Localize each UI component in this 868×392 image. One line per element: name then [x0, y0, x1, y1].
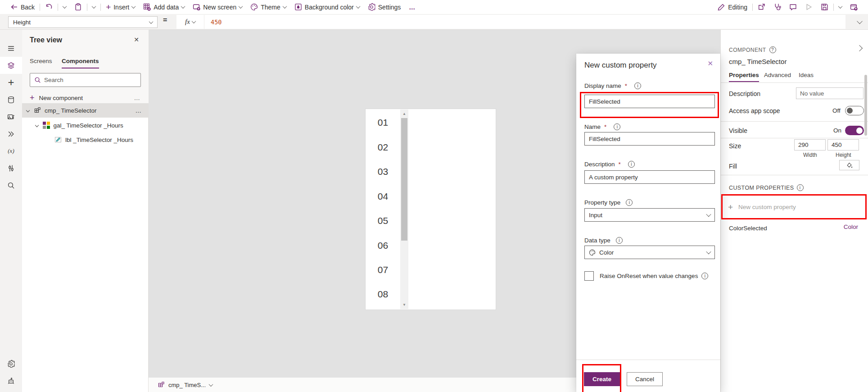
- display-name-input[interactable]: [584, 95, 715, 108]
- component-canvas[interactable]: 01 02 03 04 05 06 07 08 ▲ ▼: [366, 109, 496, 310]
- collapse-panel-icon[interactable]: [856, 45, 863, 51]
- new-custom-property-button[interactable]: + New custom property: [721, 196, 868, 218]
- save-button[interactable]: [817, 0, 832, 14]
- raise-onreset-checkbox[interactable]: [584, 271, 594, 281]
- create-button[interactable]: Create: [584, 372, 620, 386]
- search-input[interactable]: [44, 77, 121, 83]
- more-ellipsis[interactable]: …: [136, 107, 143, 114]
- custom-property-name[interactable]: ColorSelected: [729, 225, 767, 232]
- tree-search-box[interactable]: [30, 73, 141, 87]
- visible-label: Visible: [729, 127, 747, 134]
- chevron-down-icon[interactable]: [209, 382, 213, 387]
- gallery-hour-item[interactable]: 07: [366, 264, 400, 275]
- paste-button[interactable]: [70, 0, 86, 14]
- theme-menu[interactable]: Theme: [246, 0, 290, 14]
- scrollbar-thumb[interactable]: [401, 118, 407, 241]
- tab-properties[interactable]: Properties: [729, 72, 759, 82]
- close-icon[interactable]: ✕: [134, 36, 139, 43]
- chevron-down-icon[interactable]: [26, 109, 30, 112]
- paint-bucket-icon: [846, 162, 853, 169]
- paste-dropdown[interactable]: [88, 0, 99, 14]
- description-input[interactable]: [796, 87, 863, 99]
- save-dropdown[interactable]: [835, 0, 846, 14]
- fx-selector[interactable]: fx: [176, 15, 204, 29]
- scroll-down-icon[interactable]: ▼: [400, 303, 408, 307]
- cancel-button[interactable]: Cancel: [627, 372, 663, 386]
- rail-media-button[interactable]: [0, 108, 22, 125]
- formula-bar-expand-button[interactable]: [858, 18, 862, 25]
- info-icon[interactable]: i: [614, 123, 620, 130]
- new-component-button[interactable]: + New component …: [22, 91, 149, 105]
- info-icon[interactable]: i: [701, 273, 708, 279]
- help-icon[interactable]: ?: [769, 46, 776, 53]
- publish-button[interactable]: [846, 0, 862, 14]
- rail-search-button[interactable]: [0, 177, 22, 194]
- visible-toggle[interactable]: [845, 126, 864, 135]
- gallery-scrollbar[interactable]: ▲ ▼: [400, 109, 408, 309]
- comments-button[interactable]: [785, 0, 801, 14]
- rail-data-button[interactable]: [0, 91, 22, 108]
- gallery-hour-item[interactable]: 01: [366, 117, 400, 128]
- property-selector[interactable]: Height: [8, 16, 158, 28]
- save-icon: [821, 3, 828, 11]
- undo-button[interactable]: [41, 0, 57, 14]
- rail-settings-button[interactable]: [0, 355, 22, 372]
- tab-ideas[interactable]: Ideas: [799, 72, 814, 81]
- undo-dropdown[interactable]: [59, 0, 70, 14]
- scroll-up-icon[interactable]: ▲: [400, 112, 408, 116]
- width-input[interactable]: [794, 139, 826, 150]
- custom-property-type[interactable]: Color: [844, 223, 858, 230]
- rail-insert-button[interactable]: +: [0, 74, 22, 91]
- formula-input[interactable]: 450: [204, 15, 845, 29]
- rail-tree-view-button[interactable]: [0, 57, 22, 74]
- gallery-hour-item[interactable]: 03: [366, 166, 400, 177]
- access-app-scope-toggle[interactable]: [845, 106, 864, 115]
- gallery-hour-item[interactable]: 08: [366, 289, 400, 300]
- add-data-menu[interactable]: Add data: [139, 0, 189, 14]
- rail-variables-button[interactable]: (x): [0, 142, 22, 160]
- toolbar-more-button[interactable]: …: [405, 0, 420, 14]
- property-type-dropdown[interactable]: Input: [584, 208, 715, 222]
- tree-item-lbl-timeselector-hours[interactable]: lbl _TimeSelector _Hours: [22, 132, 149, 147]
- info-icon[interactable]: i: [634, 82, 641, 89]
- settings-menu[interactable]: Settings: [364, 0, 405, 14]
- menu-button[interactable]: [0, 40, 22, 57]
- tab-components[interactable]: Components: [62, 58, 99, 68]
- editing-mode-button[interactable]: Editing: [714, 0, 751, 14]
- panel-scrollbar-thumb[interactable]: [864, 75, 867, 136]
- gallery-hour-item[interactable]: 04: [366, 191, 400, 202]
- info-icon[interactable]: i: [628, 161, 635, 168]
- more-ellipsis[interactable]: …: [134, 95, 141, 101]
- rail-power-automate-button[interactable]: [0, 125, 22, 142]
- background-color-menu[interactable]: Background color: [290, 0, 364, 14]
- info-icon[interactable]: i: [616, 237, 623, 244]
- gallery-hour-item[interactable]: 02: [366, 142, 400, 153]
- close-icon[interactable]: ✕: [707, 59, 713, 68]
- info-icon[interactable]: i: [626, 199, 633, 206]
- description-input[interactable]: [584, 170, 715, 184]
- chevron-down-icon[interactable]: [35, 123, 39, 127]
- height-input[interactable]: [827, 139, 859, 150]
- back-button[interactable]: Back: [6, 0, 39, 14]
- tab-screens[interactable]: Screens: [30, 58, 52, 68]
- gallery-hour-item[interactable]: 06: [366, 240, 400, 251]
- tree-item-cmp-timeselector[interactable]: cmp_ TimeSelector …: [22, 103, 149, 118]
- gallery-hour-item[interactable]: 05: [366, 215, 400, 226]
- rail-copilot-button[interactable]: [0, 372, 22, 389]
- rail-controls-button[interactable]: [0, 160, 22, 177]
- data-type-dropdown[interactable]: Color: [584, 246, 715, 259]
- fill-color-button[interactable]: [839, 160, 859, 170]
- insert-menu[interactable]: + Insert: [102, 0, 139, 14]
- new-screen-menu[interactable]: New screen: [189, 0, 246, 14]
- canvas-breadcrumb[interactable]: cmp_ TimeS...: [168, 382, 206, 388]
- tab-advanced[interactable]: Advanced: [764, 72, 791, 81]
- app-checker-button[interactable]: [769, 0, 785, 14]
- tree-item-gal-timeselector-hours[interactable]: gal_ TimeSelector _Hours: [22, 118, 149, 132]
- preview-button[interactable]: [801, 0, 817, 14]
- info-icon[interactable]: i: [797, 184, 804, 191]
- share-button[interactable]: [754, 0, 769, 14]
- theme-palette-icon: [250, 3, 258, 11]
- name-input[interactable]: [584, 132, 715, 146]
- chevron-down-icon: [63, 4, 67, 9]
- fx-label: fx: [185, 18, 190, 26]
